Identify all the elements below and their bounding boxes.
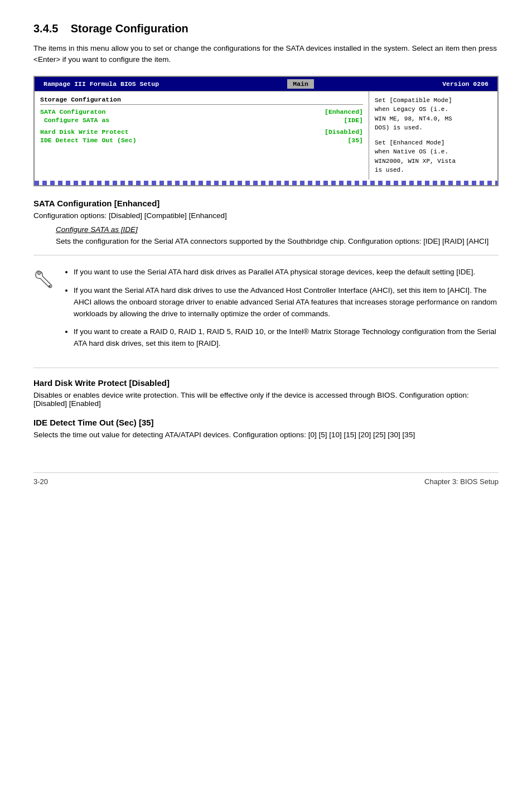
bios-label-sata: SATA Configuraton — [40, 108, 105, 115]
bios-help-text-2: Set [Enhanced Mode]when Native OS (i.e.W… — [375, 138, 492, 175]
section-title: 3.4.5 Storage Configuration — [33, 22, 499, 35]
hard-disk-heading: Hard Disk Write Protect [Disabled] — [33, 378, 499, 388]
bios-row-ide-detect: IDE Detect Time Out (Sec) [35] — [40, 137, 363, 144]
note-bullet-3: If you want to create a RAID 0, RAID 1, … — [74, 326, 499, 350]
divider-2 — [33, 368, 499, 368]
note-bullet-1: If you want to use the Serial ATA hard d… — [74, 267, 499, 278]
bios-value-configure-sata: [IDE] — [344, 117, 363, 124]
bios-row-sata-config: SATA Configuraton [Enhanced] — [40, 108, 363, 115]
sata-config-heading: SATA Configuration [Enhanced] — [33, 199, 499, 208]
bios-label-ide-detect: IDE Detect Time Out (Sec) — [40, 137, 137, 144]
note-bullets-list: If you want to use the Serial ATA hard d… — [64, 267, 499, 357]
bios-version: Version 0206 — [442, 80, 489, 88]
page-number: 3-20 — [33, 477, 48, 486]
bios-row-configure-sata: Configure SATA as [IDE] — [40, 117, 363, 124]
page-footer: 3-20 Chapter 3: BIOS Setup — [33, 472, 499, 486]
configure-sata-label: Configure SATA as [IDE] — [56, 225, 499, 234]
bios-value-sata: [Enhanced] — [325, 108, 363, 115]
bios-main-tab: Main — [287, 79, 314, 89]
hard-disk-desc: Disables or enables device write protect… — [33, 391, 499, 408]
bios-right-panel: Set [Compatible Mode]when Legacy OS (i.e… — [369, 91, 497, 180]
bios-screenshot: Rampage III Formula BIOS Setup Main Vers… — [33, 76, 499, 186]
bios-bottom-dashes — [35, 181, 497, 185]
bios-row-hdd-protect: Hard Disk Write Protect [Disabled] — [40, 128, 363, 136]
sata-config-options: Configuration options: [Disabled] [Compa… — [33, 211, 499, 220]
intro-paragraph: The items in this menu allow you to set … — [33, 43, 499, 66]
ide-detect-desc: Selects the time out value for detecting… — [33, 431, 499, 439]
svg-point-0 — [49, 285, 51, 287]
note-bullet-2: If you want the Serial ATA hard disk dri… — [74, 285, 499, 320]
bios-content-area: Storage Configuration SATA Configuraton … — [35, 91, 497, 180]
bios-label-configure-sata: Configure SATA as — [40, 117, 109, 124]
wrench-icon — [33, 268, 57, 295]
chapter-label: Chapter 3: BIOS Setup — [424, 477, 499, 486]
bios-title: Rampage III Formula BIOS Setup — [43, 80, 159, 88]
bios-left-panel: Storage Configuration SATA Configuraton … — [35, 91, 369, 180]
bios-help-text-1: Set [Compatible Mode]when Legacy OS (i.e… — [375, 96, 492, 133]
bios-label-hdd-protect: Hard Disk Write Protect — [40, 128, 129, 136]
bios-section-label: Storage Configuration — [40, 96, 363, 105]
ide-detect-heading: IDE Detect Time Out (Sec) [35] — [33, 418, 499, 427]
bios-header: Rampage III Formula BIOS Setup Main Vers… — [35, 77, 497, 91]
divider-1 — [33, 255, 499, 255]
bios-value-hdd-protect: [Disabled] — [325, 128, 363, 136]
note-section: If you want to use the Serial ATA hard d… — [33, 262, 499, 361]
configure-sata-desc: Sets the configuration for the Serial AT… — [56, 236, 499, 247]
bios-value-ide-detect: [35] — [347, 137, 363, 144]
